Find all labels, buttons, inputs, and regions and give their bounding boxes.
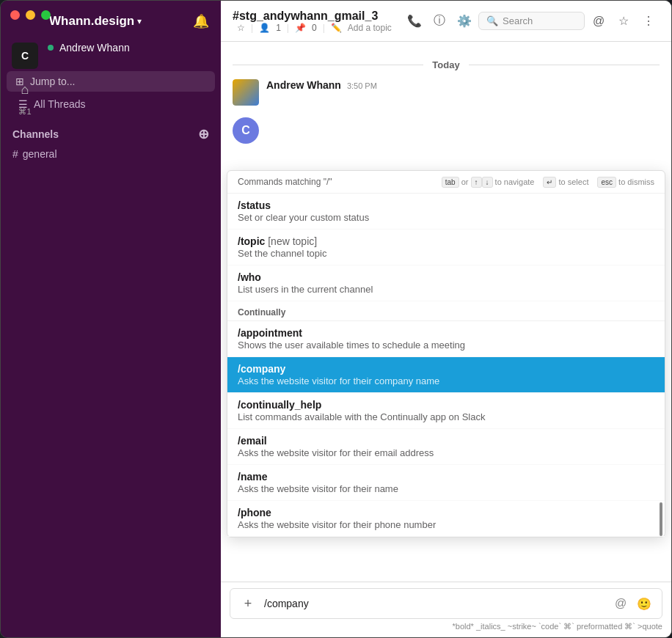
- command-topic[interactable]: /topic [new topic] Set the channel topic: [227, 230, 665, 265]
- bot-avatar: C: [233, 117, 259, 144]
- date-divider: Today: [221, 54, 671, 76]
- command-name-name: /name: [238, 471, 654, 483]
- sidebar: Whann.design ▾ 🔔 Andrew Whann C ⌂ ⌘1 ⊞: [1, 1, 221, 637]
- command-who-name: /who: [238, 271, 654, 283]
- command-company-name: /company: [238, 363, 654, 375]
- search-icon: 🔍: [486, 15, 498, 26]
- shortcut-label: ⌘1: [18, 107, 31, 117]
- minimize-button[interactable]: [26, 10, 35, 20]
- message-content: Andrew Whann 3:50 PM: [266, 79, 660, 91]
- date-line-left: [233, 65, 423, 65]
- command-company-desc: Asks the website visitor for their compa…: [238, 375, 654, 386]
- command-dropdown: Commands matching "/" tab or ↑↓ to navig…: [227, 170, 665, 538]
- dropdown-header-text: Commands matching "/": [238, 177, 332, 187]
- channel-meta: ☆ | 👤 1 | 📌 0 | ✏️ Add a topic: [233, 23, 398, 33]
- command-topic-desc: Set the channel topic: [238, 248, 654, 259]
- command-name[interactable]: /name Asks the website visitor for their…: [227, 465, 665, 501]
- message-row-bot: C: [221, 114, 671, 147]
- add-channel-icon[interactable]: ⊕: [198, 126, 209, 142]
- command-appointment-name: /appointment: [238, 327, 654, 339]
- main-area: #stg_andywhann_gmail_3 ☆ | 👤 1 | 📌 0 | ✏…: [221, 1, 671, 637]
- hint-dismiss: esc to dismiss: [597, 177, 654, 186]
- dropdown-header: Commands matching "/" tab or ↑↓ to navig…: [227, 171, 665, 194]
- date-line-right: [469, 65, 660, 65]
- message-input[interactable]: [264, 598, 605, 609]
- date-label: Today: [432, 59, 459, 70]
- command-continually-help-name: /continually_help: [238, 399, 654, 411]
- command-appointment[interactable]: /appointment Shows the user available ti…: [227, 321, 665, 357]
- user-status-row: Andrew Whann: [34, 42, 221, 62]
- header-actions: 📞 ⓘ ⚙️ 🔍 Search @ ☆ ⋮: [403, 10, 660, 32]
- dropdown-nav-hints: tab or ↑↓ to navigate ↵ to select esc to…: [442, 177, 654, 186]
- info-icon[interactable]: ⓘ: [428, 10, 450, 32]
- avatar-gradient: [233, 79, 259, 106]
- command-status-name: /status: [238, 199, 654, 211]
- messages-area: Today Andrew Whann 3:50 PM: [221, 42, 671, 582]
- continually-avatar-img: C: [233, 117, 259, 144]
- command-company[interactable]: /company Asks the website visitor for th…: [227, 357, 665, 393]
- command-topic-name: /topic [new topic]: [238, 235, 654, 247]
- workspace-avatar[interactable]: C: [12, 43, 38, 69]
- input-right-icons: @ 🙂: [610, 593, 654, 614]
- attach-button[interactable]: +: [238, 593, 258, 614]
- sidebar-header: Whann.design ▾ 🔔: [1, 1, 221, 42]
- pin-icon: 📌: [295, 23, 306, 33]
- channel-title: #stg_andywhann_gmail_3: [233, 10, 398, 23]
- message-time: 3:50 PM: [347, 81, 377, 90]
- notifications-icon[interactable]: 🔔: [193, 13, 209, 29]
- call-icon[interactable]: 📞: [403, 10, 426, 32]
- pin-count: 0: [312, 23, 317, 33]
- command-email-desc: Asks the website visitor for their email…: [238, 447, 654, 458]
- meta-divider-3: |: [323, 23, 325, 33]
- channel-header: #stg_andywhann_gmail_3 ☆ | 👤 1 | 📌 0 | ✏…: [221, 1, 671, 42]
- traffic-lights: [10, 10, 51, 20]
- home-icon[interactable]: ⌂: [12, 76, 38, 103]
- message-avatar: [233, 79, 259, 106]
- channel-general[interactable]: # general: [1, 145, 221, 163]
- input-row: + @ 🙂: [230, 588, 662, 619]
- at-mention-icon[interactable]: @: [610, 593, 631, 614]
- maximize-button[interactable]: [41, 10, 51, 20]
- scrollbar-thumb: [660, 502, 662, 536]
- command-who-desc: List users in the current channel: [238, 284, 654, 295]
- command-who[interactable]: /who List users in the current channel: [227, 265, 665, 301]
- command-email-name: /email: [238, 435, 654, 447]
- command-phone-desc: Asks the website visitor for their phone…: [238, 519, 654, 530]
- member-count: 1: [276, 23, 281, 33]
- command-name-desc: Asks the website visitor for their name: [238, 483, 654, 494]
- command-email[interactable]: /email Asks the website visitor for thei…: [227, 429, 665, 465]
- channels-label: Channels: [12, 128, 59, 140]
- sidebar-nav: ⊞ Jump to... ☰ All Threads Channels ⊕ # …: [1, 62, 221, 637]
- emoji-icon[interactable]: 🙂: [634, 593, 654, 614]
- hint-tab: tab or ↑↓ to navigate: [442, 177, 535, 186]
- hash-icon: #: [12, 148, 18, 160]
- command-continually-help-desc: List commands available with the Continu…: [238, 411, 654, 422]
- formatting-hint: *bold* _italics_ ~strike~ `code` ⌘` pref…: [453, 622, 662, 631]
- command-status[interactable]: /status Set or clear your custom status: [227, 194, 665, 230]
- add-topic-label[interactable]: Add a topic: [348, 23, 392, 33]
- command-phone-name: /phone: [238, 507, 654, 518]
- search-placeholder: Search: [503, 15, 533, 26]
- user-name-label: Andrew Whann: [59, 42, 130, 54]
- command-phone[interactable]: /phone Asks the website visitor for thei…: [227, 501, 665, 537]
- bookmark-icon[interactable]: ☆: [613, 10, 635, 32]
- workspace-chevron-icon: ▾: [137, 16, 142, 26]
- formatting-bar: *bold* _italics_ ~strike~ `code` ⌘` pref…: [230, 619, 662, 631]
- member-icon: 👤: [259, 23, 270, 33]
- command-status-desc: Set or clear your custom status: [238, 212, 654, 223]
- search-box[interactable]: 🔍 Search: [478, 12, 585, 30]
- command-appointment-desc: Shows the user available times to schedu…: [238, 340, 654, 351]
- at-icon[interactable]: @: [588, 10, 610, 32]
- command-continually-help[interactable]: /continually_help List commands availabl…: [227, 393, 665, 429]
- more-icon[interactable]: ⋮: [638, 10, 660, 32]
- message-row: Andrew Whann 3:50 PM: [221, 76, 671, 109]
- meta-divider-2: |: [287, 23, 289, 33]
- continually-section-label: Continually: [227, 301, 665, 321]
- scrollbar-track: [659, 501, 663, 536]
- command-topic-arg: [new topic]: [268, 235, 317, 247]
- input-area: + @ 🙂 *bold* _italics_ ~strike~ `code` ⌘…: [221, 582, 671, 637]
- settings-icon[interactable]: ⚙️: [453, 10, 475, 32]
- star-icon: ☆: [237, 23, 245, 33]
- close-button[interactable]: [10, 10, 20, 20]
- channel-name: #stg_andywhann_gmail_3: [233, 10, 378, 23]
